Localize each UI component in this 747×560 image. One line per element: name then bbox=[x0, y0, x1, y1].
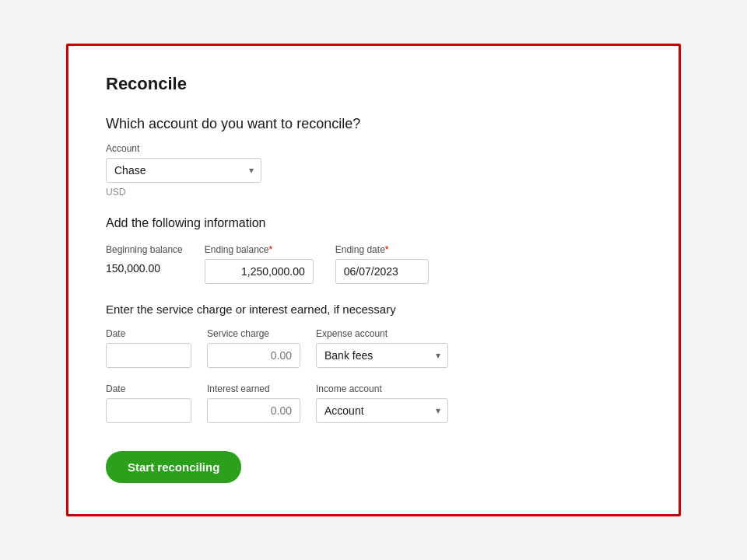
income-account-col: Income account Account Interest income ▾ bbox=[316, 383, 448, 423]
ending-date-required: * bbox=[385, 244, 389, 255]
expense-account-select-wrapper[interactable]: Bank fees Other expense ▾ bbox=[316, 343, 448, 368]
ending-date-col: Ending date* bbox=[335, 244, 429, 284]
start-reconciling-button[interactable]: Start reconciling bbox=[106, 451, 241, 483]
interest-earned-col: Interest earned bbox=[207, 383, 300, 423]
reconcile-form: Reconcile Which account do you want to r… bbox=[66, 44, 681, 516]
interest-date-input[interactable] bbox=[106, 398, 191, 423]
section2-subtitle: Add the following information bbox=[106, 216, 641, 230]
service-charge-row: Date Service charge Expense account Bank… bbox=[106, 328, 641, 368]
service-charge-col: Service charge bbox=[207, 328, 300, 368]
beginning-balance-value: 150,000.00 bbox=[106, 259, 183, 275]
ending-balance-col: Ending balance* bbox=[205, 244, 314, 284]
ending-balance-required: * bbox=[268, 244, 272, 255]
income-account-select-wrapper[interactable]: Account Interest income ▾ bbox=[316, 398, 448, 423]
income-account-label: Income account bbox=[316, 383, 448, 394]
service-charge-label: Service charge bbox=[207, 328, 300, 339]
account-select[interactable]: Chase Checking Savings bbox=[106, 158, 261, 183]
ending-date-input[interactable] bbox=[335, 259, 429, 284]
service-charge-input[interactable] bbox=[207, 343, 300, 368]
ending-date-label: Ending date* bbox=[335, 244, 429, 255]
interest-earned-row: Date Interest earned Income account Acco… bbox=[106, 383, 641, 423]
beginning-balance-col: Beginning balance 150,000.00 bbox=[106, 244, 183, 275]
service-date-col: Date bbox=[106, 328, 191, 368]
ending-balance-input[interactable] bbox=[205, 259, 314, 284]
section3-title: Enter the service charge or interest ear… bbox=[106, 303, 641, 316]
expense-account-col: Expense account Bank fees Other expense … bbox=[316, 328, 448, 368]
balance-row: Beginning balance 150,000.00 Ending bala… bbox=[106, 244, 641, 284]
income-account-select[interactable]: Account Interest income bbox=[316, 398, 448, 423]
interest-date-label: Date bbox=[106, 383, 191, 394]
currency-hint: USD bbox=[106, 187, 641, 198]
expense-account-label: Expense account bbox=[316, 328, 448, 339]
service-date-label: Date bbox=[106, 328, 191, 339]
interest-date-col: Date bbox=[106, 383, 191, 423]
ending-balance-label: Ending balance* bbox=[205, 244, 314, 255]
interest-earned-input[interactable] bbox=[207, 398, 300, 423]
section1-question: Which account do you want to reconcile? bbox=[106, 116, 641, 132]
page-title: Reconcile bbox=[106, 74, 641, 94]
interest-earned-label: Interest earned bbox=[207, 383, 300, 394]
expense-account-select[interactable]: Bank fees Other expense bbox=[316, 343, 448, 368]
account-label: Account bbox=[106, 143, 641, 154]
beginning-balance-label: Beginning balance bbox=[106, 244, 183, 255]
service-date-input[interactable] bbox=[106, 343, 191, 368]
account-select-wrapper[interactable]: Chase Checking Savings ▾ bbox=[106, 158, 261, 183]
